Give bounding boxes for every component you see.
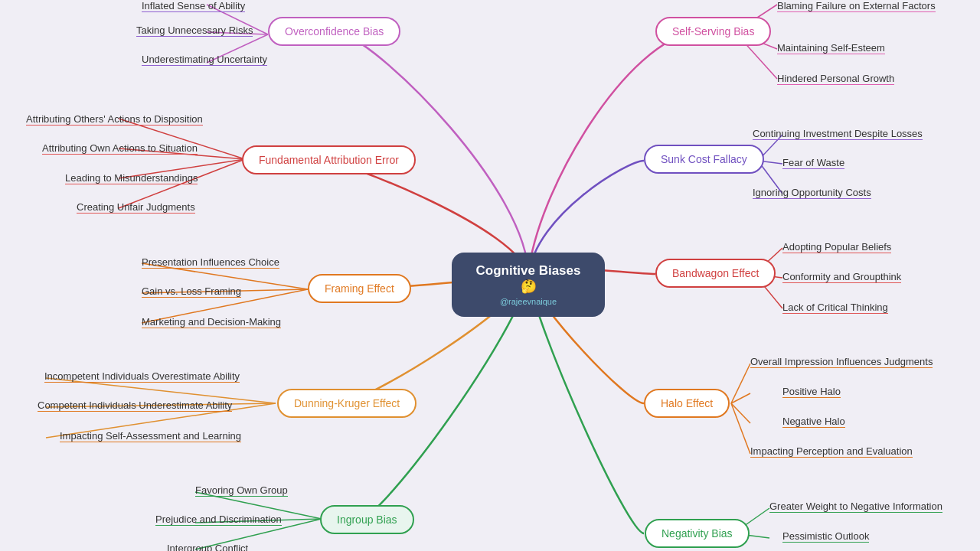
dunning-leaf-2: Competent Individuals Underestimate Abil… — [38, 399, 232, 412]
selfserving-leaf-1: Blaming Failure on External Factors — [777, 0, 936, 12]
center-title: Cognitive Biases 🤔 — [473, 263, 583, 295]
bandwagon-leaf-3: Lack of Critical Thinking — [782, 302, 888, 314]
framing-node[interactable]: Framing Effect — [308, 274, 411, 303]
halo-leaf-3: Negative Halo — [782, 416, 845, 428]
bandwagon-leaf-2: Conformity and Groupthink — [782, 271, 901, 283]
bandwagon-node[interactable]: Bandwagon Effect — [655, 259, 776, 288]
dunning-node[interactable]: Dunning-Kruger Effect — [277, 389, 416, 418]
svg-line-26 — [731, 393, 750, 403]
ingroup-node[interactable]: Ingroup Bias — [320, 505, 414, 534]
svg-line-28 — [731, 403, 750, 454]
ingroup-leaf-2: Prejudice and Discrimination — [155, 514, 282, 526]
halo-node[interactable]: Halo Effect — [644, 389, 730, 418]
overconfidence-node[interactable]: Overconfidence Bias — [268, 17, 400, 46]
selfserving-leaf-2: Maintaining Self-Esteem — [777, 42, 885, 54]
selfserving-node[interactable]: Self-Serving Bias — [655, 17, 771, 46]
dunning-leaf-1: Incompetent Individuals Overestimate Abi… — [44, 370, 240, 383]
dunning-leaf-3: Impacting Self-Assessment and Learning — [60, 430, 241, 442]
framing-leaf-3: Marketing and Decision-Making — [142, 316, 281, 328]
framing-leaf-1: Presentation Influences Choice — [142, 256, 279, 269]
center-handle: @rajeevnaique — [473, 297, 583, 306]
selfserving-leaf-3: Hindered Personal Growth — [777, 73, 894, 85]
halo-leaf-1: Overall Impression Influences Judgments — [750, 356, 933, 368]
fundamental-leaf-4: Creating Unfair Judgments — [77, 201, 195, 214]
svg-line-27 — [731, 403, 750, 423]
center-node: Cognitive Biases 🤔 @rajeevnaique — [452, 253, 605, 317]
sunk-leaf-2: Fear of Waste — [782, 157, 844, 169]
overconfidence-leaf-3: Underestimating Uncertainty — [142, 54, 267, 66]
sunk-leaf-3: Ignoring Opportunity Costs — [753, 187, 871, 199]
framing-leaf-2: Gain vs. Loss Framing — [142, 285, 241, 298]
negativity-leaf-1: Greater Weight to Negative Information — [769, 500, 942, 513]
svg-line-25 — [731, 364, 750, 403]
sunk-leaf-1: Continuing Investment Despite Losses — [753, 128, 923, 140]
negativity-node[interactable]: Negativity Bias — [645, 519, 750, 548]
sunk-node[interactable]: Sunk Cost Fallacy — [644, 145, 764, 174]
bandwagon-leaf-1: Adopting Popular Beliefs — [782, 241, 891, 253]
fundamental-node[interactable]: Fundamental Attribution Error — [242, 145, 416, 174]
halo-leaf-4: Impacting Perception and Evaluation — [750, 445, 913, 458]
overconfidence-leaf-1: Inflated Sense of Ability — [142, 0, 245, 12]
fundamental-leaf-2: Attributing Own Actions to Situation — [42, 142, 198, 155]
fundamental-leaf-1: Attributing Others' Actions to Dispositi… — [26, 113, 203, 126]
negativity-leaf-2: Pessimistic Outlook — [782, 530, 869, 543]
ingroup-leaf-1: Favoring Own Group — [195, 484, 288, 497]
overconfidence-leaf-2: Taking Unnecessary Risks — [136, 24, 253, 37]
ingroup-leaf-3: Intergroup Conflict — [167, 543, 248, 551]
fundamental-leaf-3: Leading to Misunderstandings — [65, 172, 198, 184]
halo-leaf-2: Positive Halo — [782, 386, 841, 398]
